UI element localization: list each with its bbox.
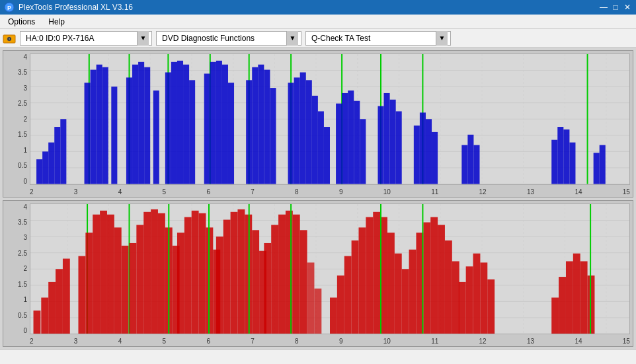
- svg-rect-151: [252, 230, 259, 334]
- drive-dropdown[interactable]: HA:0 ID:0 PX-716A ▼: [20, 31, 152, 46]
- menubar: Options Help: [0, 15, 636, 29]
- svg-rect-117: [34, 310, 41, 334]
- svg-rect-82: [414, 126, 420, 184]
- svg-rect-184: [466, 266, 473, 334]
- svg-rect-90: [557, 127, 563, 184]
- svg-rect-79: [390, 100, 396, 184]
- svg-rect-60: [264, 70, 270, 184]
- top-chart: 4 3.5 3 2.5 2 1.5 1 0.5 0: [3, 50, 633, 198]
- svg-rect-149: [237, 209, 245, 334]
- svg-rect-185: [473, 253, 481, 334]
- svg-rect-74: [354, 101, 360, 184]
- svg-rect-42: [144, 67, 150, 184]
- svg-rect-134: [151, 209, 158, 334]
- svg-rect-95: [600, 145, 606, 184]
- svg-rect-41: [138, 62, 144, 184]
- svg-rect-142: [199, 213, 206, 334]
- drive-value: HA:0 ID:0 PX-716A: [23, 34, 137, 43]
- svg-rect-75: [360, 119, 366, 184]
- svg-rect-183: [459, 281, 466, 334]
- svg-rect-45: [165, 73, 171, 184]
- svg-rect-46: [171, 62, 177, 184]
- svg-rect-64: [294, 77, 300, 184]
- svg-rect-140: [184, 217, 192, 334]
- svg-rect-168: [366, 217, 373, 334]
- svg-rect-133: [143, 211, 151, 334]
- svg-rect-132: [136, 225, 143, 334]
- svg-rect-51: [204, 73, 210, 184]
- svg-rect-157: [286, 210, 293, 334]
- svg-rect-85: [432, 132, 438, 184]
- svg-rect-188: [551, 297, 559, 334]
- menu-help[interactable]: Help: [43, 16, 70, 28]
- svg-rect-61: [270, 88, 276, 184]
- svg-rect-158: [293, 214, 300, 334]
- function-value: DVD Diagnostic Functions: [159, 34, 286, 43]
- svg-rect-126: [100, 210, 107, 334]
- x-axis-top: 2 3 4 5 6 7 8 9 10 11 12 13 14 15: [30, 188, 630, 196]
- svg-rect-128: [114, 227, 122, 334]
- svg-rect-135: [158, 213, 165, 334]
- svg-rect-52: [210, 62, 216, 184]
- svg-rect-139: [177, 233, 184, 334]
- drive-arrow: ▼: [137, 31, 149, 46]
- svg-rect-86: [461, 145, 467, 184]
- svg-rect-172: [395, 253, 402, 334]
- svg-rect-47: [177, 61, 183, 184]
- svg-rect-27: [36, 159, 42, 184]
- bottom-chart: 4 3.5 3 2.5 2 1.5 1 0.5 0: [3, 200, 633, 347]
- svg-rect-187: [487, 279, 495, 334]
- svg-rect-178: [430, 217, 438, 334]
- svg-rect-163: [330, 297, 337, 334]
- svg-rect-35: [97, 65, 102, 184]
- svg-rect-123: [78, 256, 85, 334]
- x-axis-bottom: 2 3 4 5 6 7 8 9 10 11 12 13 14 15: [30, 338, 630, 345]
- titlebar: P PlexTools Professional XL V3.16 — □ ✕: [0, 0, 636, 15]
- svg-rect-30: [54, 127, 60, 184]
- svg-rect-125: [93, 214, 100, 334]
- svg-rect-48: [183, 65, 189, 184]
- svg-rect-87: [467, 135, 473, 184]
- svg-rect-78: [384, 93, 390, 184]
- minimize-button[interactable]: —: [599, 3, 608, 12]
- close-button[interactable]: ✕: [623, 3, 632, 12]
- svg-rect-36: [102, 67, 108, 184]
- svg-rect-161: [307, 262, 315, 334]
- svg-rect-162: [314, 288, 321, 334]
- svg-rect-39: [126, 77, 132, 184]
- svg-rect-89: [551, 140, 557, 184]
- svg-rect-146: [216, 237, 223, 334]
- svg-rect-65: [300, 73, 306, 184]
- svg-rect-34: [91, 70, 97, 184]
- test-dropdown[interactable]: Q-Check TA Test ▼: [305, 31, 451, 46]
- svg-rect-66: [306, 80, 312, 184]
- svg-rect-49: [189, 80, 195, 184]
- svg-rect-179: [438, 225, 445, 334]
- svg-rect-77: [378, 106, 383, 184]
- svg-rect-72: [342, 93, 348, 184]
- svg-rect-119: [48, 281, 56, 334]
- svg-rect-186: [480, 262, 487, 334]
- svg-rect-37: [111, 87, 117, 184]
- svg-rect-148: [231, 211, 238, 334]
- svg-rect-124: [85, 233, 93, 334]
- titlebar-controls: — □ ✕: [599, 3, 632, 12]
- svg-rect-80: [396, 111, 402, 184]
- svg-rect-129: [122, 245, 129, 334]
- y-axis-top: 4 3.5 3 2.5 2 1.5 1 0.5 0: [5, 54, 30, 185]
- titlebar-left: P PlexTools Professional XL V3.16: [4, 2, 133, 13]
- svg-rect-29: [48, 143, 54, 184]
- maximize-button[interactable]: □: [611, 3, 620, 12]
- menu-options[interactable]: Options: [3, 16, 40, 28]
- svg-rect-156: [278, 214, 286, 334]
- svg-rect-94: [594, 153, 600, 184]
- svg-rect-169: [373, 211, 380, 334]
- toolbar: HA:0 ID:0 PX-716A ▼ DVD Diagnostic Funct…: [0, 29, 636, 48]
- svg-rect-88: [473, 145, 479, 184]
- svg-rect-175: [409, 249, 417, 334]
- svg-rect-54: [222, 65, 228, 184]
- function-arrow: ▼: [286, 31, 298, 46]
- svg-rect-141: [192, 210, 199, 334]
- svg-rect-53: [216, 61, 222, 184]
- function-dropdown[interactable]: DVD Diagnostic Functions ▼: [156, 31, 301, 46]
